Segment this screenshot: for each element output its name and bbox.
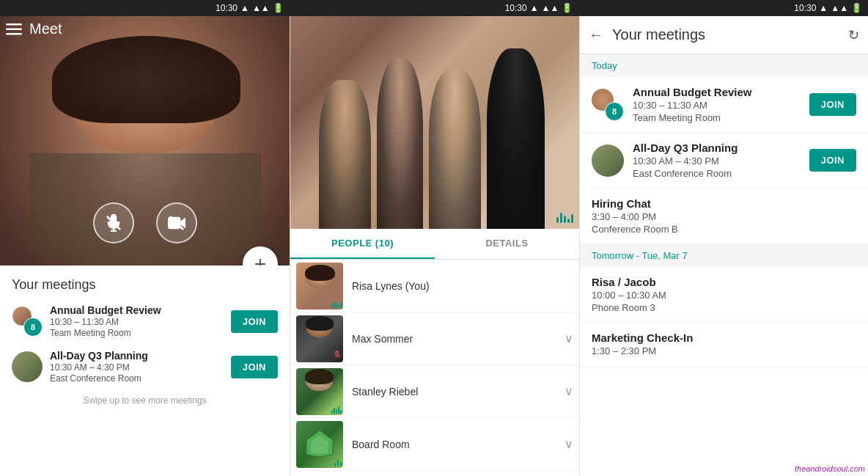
meeting-item-1: 8 Annual Budget Review 10:30 – 11:30 AM … (12, 304, 278, 338)
main-content: Meet (0, 16, 868, 476)
p3-meeting-4-time: 10:00 – 10:30 AM (592, 290, 856, 301)
video-section: Meet (0, 16, 290, 266)
swipe-hint: Swipe up to see more meetings (12, 395, 278, 406)
meeting-1-info: Annual Budget Review 10:30 – 11:30 AM Te… (50, 304, 224, 338)
meeting-2-name: All-Day Q3 Planning (50, 350, 224, 362)
meeting-1-avatar: 8 (12, 306, 43, 337)
tab-details[interactable]: DETAILS (435, 229, 579, 259)
audio-bar-2 (560, 213, 562, 223)
mute-video-button[interactable] (156, 202, 197, 244)
person-item-4[interactable]: Board Room ∨ (290, 418, 579, 471)
p3-meeting-5: Marketing Check-In 1:30 – 2:30 PM (580, 323, 868, 367)
person-3-thumb (296, 368, 343, 415)
mute-mic-button[interactable] (93, 202, 134, 244)
meeting-item-2: All-Day Q3 Planning 10:30 AM – 4:30 PM E… (12, 350, 278, 384)
p3-meeting-4: Risa / Jacob 10:00 – 10:30 AM Phone Room… (580, 267, 868, 323)
person-2-name: Max Sommer (352, 333, 564, 345)
status-bar: 10:30 ▲ ▲▲ 🔋 10:30 ▲ ▲▲ 🔋 10:30 ▲ ▲▲ 🔋 (0, 0, 868, 16)
person-item-3[interactable]: Stanley Riebel ∨ (290, 365, 579, 418)
wifi-icon-right: ▲ (819, 3, 828, 13)
audio-bar-3 (564, 216, 566, 223)
p3-meeting-1-room: Team Meeting Room (633, 112, 801, 123)
p3-meeting-2: All-Day Q3 Planning 10:30 AM – 4:30 PM E… (580, 133, 868, 188)
meetings-scroll[interactable]: Today 8 Annual Budget Review 10:30 – 11:… (580, 54, 868, 476)
panel-1-video-meetings: Meet (0, 16, 290, 476)
p3-meeting-4-room: Phone Room 3 (592, 302, 856, 313)
call-controls (0, 202, 290, 244)
person-4-name: Board Room (352, 439, 564, 450)
call-video-top (290, 16, 579, 229)
p3-meeting-3-name: Hiring Chat (592, 197, 856, 210)
meeting-2-join-button[interactable]: JOIN (231, 356, 278, 378)
people-list: Risa Lynes (You) Max Sommer ∨ (290, 260, 579, 476)
panel-3-wrapper: Today 8 Annual Budget Review 10:30 – 11:… (580, 54, 868, 476)
p3-meeting-1-avatar: 8 (592, 89, 624, 121)
p3-meeting-2-join-button[interactable]: JOIN (809, 149, 856, 172)
p3-meeting-2-info: All-Day Q3 Planning 10:30 AM – 4:30 PM E… (633, 142, 801, 179)
watermark: theandroidsoul.com (795, 464, 865, 473)
section-tomorrow: Tomorrow - Tue, Mar 7 (580, 244, 868, 267)
person-3-name: Stanley Riebel (352, 386, 564, 398)
meeting-1-room: Team Meeting Room (50, 328, 224, 338)
p3-meeting-4-name: Risa / Jacob (592, 276, 856, 288)
person-4-audio (334, 460, 342, 466)
p3-meeting-1-info: Annual Budget Review 10:30 – 11:30 AM Te… (633, 86, 801, 123)
meeting-1-time: 10:30 – 11:30 AM (50, 317, 224, 327)
panel-3-header: ← Your meetings ↻ (580, 16, 868, 54)
person-item-1: Risa Lynes (You) (290, 260, 579, 312)
p3-meeting-5-time: 1:30 – 2:30 PM (592, 345, 856, 356)
meeting-1-name: Annual Budget Review (50, 304, 224, 316)
signal-icon-right: ▲▲ (831, 3, 848, 13)
person-3-audio (331, 406, 342, 414)
audio-bar-4 (567, 219, 570, 223)
p3-meeting-2-time: 10:30 AM – 4:30 PM (633, 155, 801, 166)
person-2-thumb (296, 315, 343, 362)
panel-2-people: PEOPLE (10) DETAILS Risa Lynes (Y (290, 16, 579, 476)
person-4-thumb (296, 421, 343, 468)
refresh-icon[interactable]: ↻ (848, 27, 859, 43)
meeting-2-avatar (12, 351, 43, 382)
back-icon[interactable]: ← (589, 26, 603, 43)
person-item-2[interactable]: Max Sommer ∨ (290, 312, 579, 365)
tab-people[interactable]: PEOPLE (10) (290, 229, 435, 259)
p3-meeting-3-room: Conference Room B (592, 224, 856, 235)
meetings-heading: Your meetings (12, 277, 278, 293)
p3-meeting-3: Hiring Chat 3:30 – 4:00 PM Conference Ro… (580, 188, 868, 244)
meeting-2-time: 10:30 AM – 4:30 PM (50, 362, 224, 373)
meetings-section: Your meetings 8 Annual Budget Review 10:… (0, 266, 290, 476)
person-1-audio (331, 301, 342, 308)
meeting-2-info: All-Day Q3 Planning 10:30 AM – 4:30 PM E… (50, 350, 224, 384)
person-4-chevron-icon[interactable]: ∨ (564, 437, 573, 451)
panel-3-your-meetings: ← Your meetings ↻ Today 8 Annual (579, 16, 868, 476)
avatar-count-1: 8 (23, 318, 43, 337)
p3-meeting-1: 8 Annual Budget Review 10:30 – 11:30 AM … (580, 77, 868, 133)
p3-meeting-2-room: East Conference Room (633, 168, 801, 179)
p3-meeting-2-name: All-Day Q3 Planning (633, 142, 801, 154)
wifi-icon-center: ▲ (530, 3, 539, 13)
p3-meeting-5-name: Marketing Check-In (592, 332, 856, 344)
signal-icon-left: ▲▲ (252, 3, 270, 13)
battery-icon-right: 🔋 (851, 3, 862, 13)
person-1-thumb (296, 263, 343, 310)
meeting-2-room: East Conference Room (50, 373, 224, 384)
app-title: Meet (29, 21, 62, 37)
svg-rect-0 (6, 23, 22, 26)
tabs-row: PEOPLE (10) DETAILS (290, 229, 579, 260)
p3-meeting-1-time: 10:30 – 11:30 AM (633, 100, 801, 111)
section-today: Today (580, 54, 868, 77)
battery-icon-center: 🔋 (562, 3, 573, 13)
menu-icon[interactable] (6, 22, 22, 39)
call-audio-indicator (556, 213, 573, 223)
wifi-icon-left: ▲ (240, 3, 249, 13)
p3-meeting-2-avatar (592, 144, 624, 177)
p3-meeting-1-join-button[interactable]: JOIN (809, 93, 856, 116)
panel-3-title: Your meetings (612, 26, 848, 43)
p3-meeting-1-name: Annual Budget Review (633, 86, 801, 98)
person-3-chevron-icon[interactable]: ∨ (564, 384, 573, 398)
person-2-chevron-icon[interactable]: ∨ (564, 332, 573, 345)
meeting-1-join-button[interactable]: JOIN (231, 310, 278, 333)
audio-bar-1 (556, 217, 559, 223)
battery-icon-left: 🔋 (273, 3, 284, 13)
svg-rect-1 (6, 29, 22, 31)
audio-bar-5 (571, 214, 573, 223)
